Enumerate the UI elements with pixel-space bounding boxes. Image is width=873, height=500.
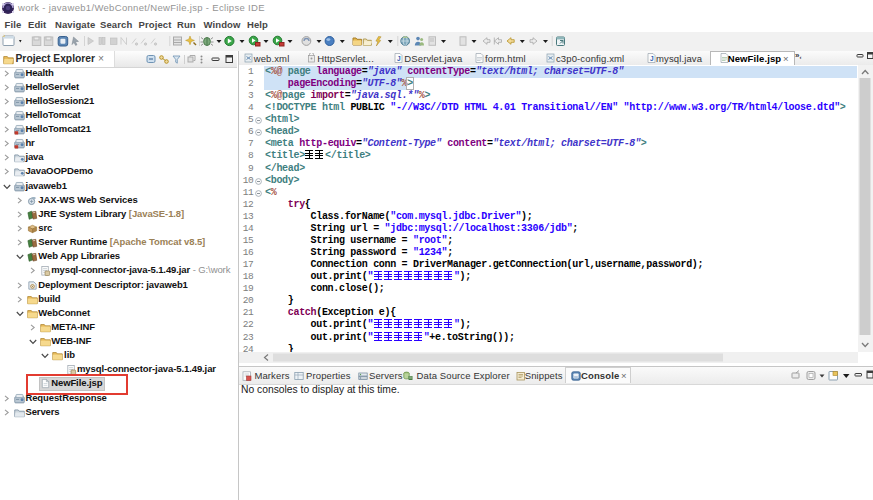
svg-text:J: J [650,55,654,62]
svg-text:J: J [397,55,401,62]
